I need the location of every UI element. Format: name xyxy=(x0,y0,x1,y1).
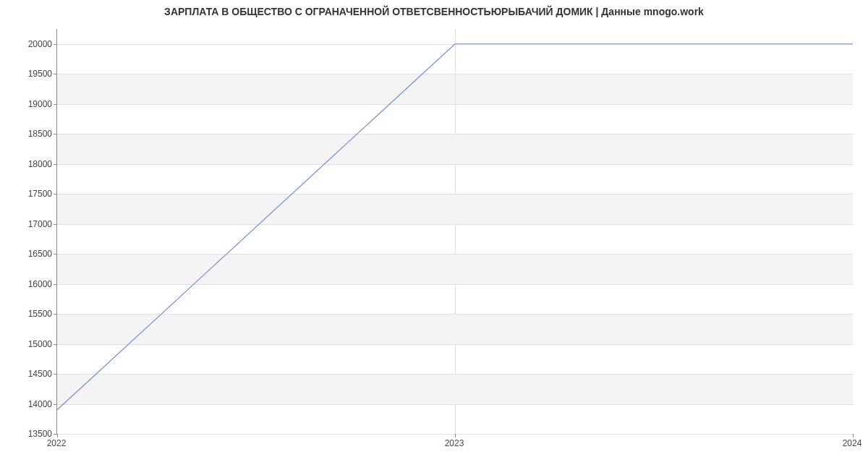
line-series xyxy=(57,29,853,434)
y-tick-label: 17000 xyxy=(9,219,52,229)
y-tick xyxy=(54,314,57,315)
y-tick-label: 16000 xyxy=(9,279,52,289)
x-tick xyxy=(455,434,456,437)
x-tick xyxy=(853,434,854,437)
y-tick xyxy=(54,74,57,74)
y-tick xyxy=(54,224,57,225)
x-tick-label: 2022 xyxy=(47,438,67,448)
x-tick-label: 2023 xyxy=(445,438,464,448)
y-tick xyxy=(54,194,57,195)
y-tick-label: 17500 xyxy=(9,189,52,199)
y-tick xyxy=(54,164,57,165)
y-tick-label: 14000 xyxy=(9,399,52,409)
y-tick-label: 15500 xyxy=(9,309,52,319)
y-tick xyxy=(54,254,57,255)
x-tick-label: 2024 xyxy=(843,438,862,448)
y-tick-label: 18000 xyxy=(9,159,52,169)
y-tick xyxy=(54,374,57,375)
y-tick-label: 13500 xyxy=(9,429,52,439)
y-tick xyxy=(54,104,57,105)
plot-area xyxy=(56,29,853,435)
y-tick-label: 15000 xyxy=(9,339,52,349)
y-tick xyxy=(54,404,57,405)
y-tick xyxy=(54,44,57,45)
y-tick-label: 16500 xyxy=(9,249,52,259)
y-tick-label: 14500 xyxy=(9,369,52,379)
y-tick xyxy=(54,344,57,345)
chart-container: ЗАРПЛАТА В ОБЩЕСТВО С ОГРАНАЧЕННОЙ ОТВЕТ… xyxy=(0,0,868,470)
y-tick-label: 19500 xyxy=(9,69,52,79)
x-tick xyxy=(57,434,58,437)
y-tick-label: 19000 xyxy=(9,99,52,109)
y-tick xyxy=(54,284,57,285)
y-tick xyxy=(54,134,57,134)
chart-title: ЗАРПЛАТА В ОБЩЕСТВО С ОГРАНАЧЕННОЙ ОТВЕТ… xyxy=(0,6,868,17)
y-tick-label: 20000 xyxy=(9,39,52,49)
y-tick-label: 18500 xyxy=(9,129,52,139)
